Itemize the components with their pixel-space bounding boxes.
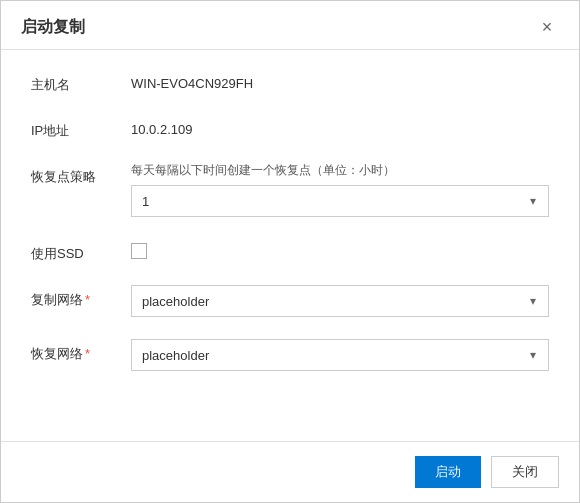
recovery-policy-control: 每天每隔以下时间创建一个恢复点（单位：小时） 1 2 4 6 8 12 24 ▾ <box>131 162 549 217</box>
use-ssd-label: 使用SSD <box>31 239 131 263</box>
use-ssd-checkbox-wrapper <box>131 239 147 259</box>
replication-network-required: * <box>85 292 90 307</box>
hostname-label: 主机名 <box>31 70 131 94</box>
dialog: 启动复制 × 主机名 WIN-EVO4CN929FH IP地址 10.0.2.1… <box>0 0 580 503</box>
start-button[interactable]: 启动 <box>415 456 481 488</box>
use-ssd-checkbox[interactable] <box>131 243 147 259</box>
replication-network-select[interactable]: placeholder <box>131 285 549 317</box>
replication-network-row: 复制网络* placeholder ▾ <box>31 285 549 317</box>
dialog-header: 启动复制 × <box>1 1 579 50</box>
dialog-body: 主机名 WIN-EVO4CN929FH IP地址 10.0.2.109 恢复点策… <box>1 50 579 441</box>
recovery-network-select-wrapper: placeholder ▾ <box>131 339 549 371</box>
ip-value: 10.0.2.109 <box>131 116 549 137</box>
replication-network-label: 复制网络* <box>31 285 131 309</box>
hostname-row: 主机名 WIN-EVO4CN929FH <box>31 70 549 94</box>
recovery-policy-select[interactable]: 1 2 4 6 8 12 24 <box>131 185 549 217</box>
recovery-network-label: 恢复网络* <box>31 339 131 363</box>
recovery-network-select[interactable]: placeholder <box>131 339 549 371</box>
replication-network-select-wrapper: placeholder ▾ <box>131 285 549 317</box>
recovery-network-required: * <box>85 346 90 361</box>
ip-row: IP地址 10.0.2.109 <box>31 116 549 140</box>
recovery-network-control: placeholder ▾ <box>131 339 549 371</box>
hostname-value: WIN-EVO4CN929FH <box>131 70 549 91</box>
recovery-network-row: 恢复网络* placeholder ▾ <box>31 339 549 371</box>
use-ssd-row: 使用SSD <box>31 239 549 263</box>
dialog-close-button[interactable]: × <box>535 15 559 39</box>
recovery-policy-sublabel: 每天每隔以下时间创建一个恢复点（单位：小时） <box>131 162 549 179</box>
dialog-footer: 启动 关闭 <box>1 441 579 502</box>
dialog-title: 启动复制 <box>21 17 85 38</box>
recovery-policy-label: 恢复点策略 <box>31 162 131 186</box>
recovery-policy-select-wrapper: 1 2 4 6 8 12 24 ▾ <box>131 185 549 217</box>
replication-network-control: placeholder ▾ <box>131 285 549 317</box>
recovery-policy-row: 恢复点策略 每天每隔以下时间创建一个恢复点（单位：小时） 1 2 4 6 8 1… <box>31 162 549 217</box>
close-button[interactable]: 关闭 <box>491 456 559 488</box>
ip-label: IP地址 <box>31 116 131 140</box>
